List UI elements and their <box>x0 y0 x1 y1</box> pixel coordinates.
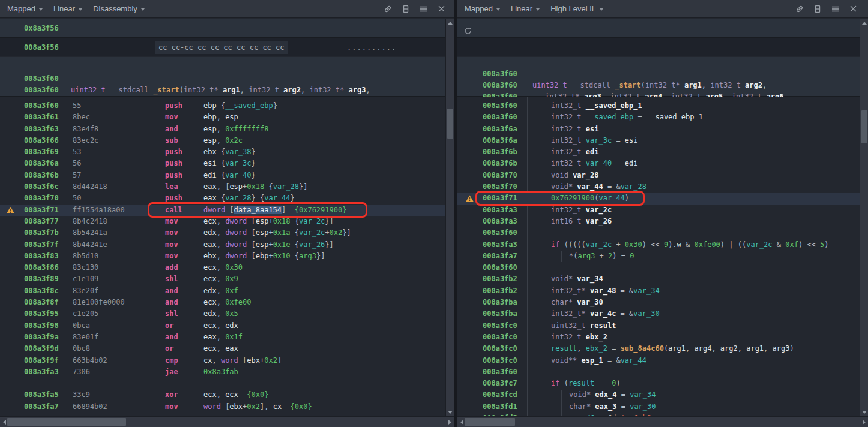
hlil-signature-block[interactable]: 008a3f60 uint32_t __stdcall _start(int32… <box>457 57 860 97</box>
hlil-row[interactable]: 008a3fc0uint32_t result <box>457 320 860 332</box>
asm-row[interactable]: 008a3f89c1e109shlecx, 0x9 <box>0 273 445 285</box>
hlil-row[interactable]: 008a3fb2int32_t* var_48 = &var_34 <box>457 285 860 297</box>
right-layout-menu[interactable]: Linear <box>511 4 540 13</box>
left-view-type-menu[interactable]: Mapped <box>7 4 43 13</box>
left-il-menu[interactable]: Disassembly <box>93 4 145 13</box>
asm-row[interactable]: 008a3f6b57pushedi {var_40} <box>0 170 445 181</box>
token: char* <box>569 402 591 411</box>
token: var_28 <box>573 171 598 179</box>
asm-row[interactable]: 008a3f6953pushebx {var_38} <box>0 146 445 158</box>
hlil-row[interactable]: 008a3fbaint32_t* var_4c = &var_30 <box>457 308 860 320</box>
asm-row[interactable]: 008a3f778b4c2418movecx, dword [esp+0x18 … <box>0 216 445 227</box>
hlil-row[interactable]: 008a3f6bint32_t edi <box>457 146 860 158</box>
asm-row[interactable]: 008a3f6055pushebp {__saved_ebp} <box>0 100 445 112</box>
hlil-row[interactable]: 008a3fa3int32_t var_2c <box>457 205 860 216</box>
scroll-up-button[interactable] <box>860 19 868 27</box>
right-view-type-menu[interactable]: Mapped <box>465 4 500 13</box>
hlil-row[interactable]: 008a3fbachar* var_30 <box>457 297 860 308</box>
scroll-down-button[interactable] <box>446 408 454 416</box>
left-vertical-scrollbar[interactable] <box>445 19 454 416</box>
asm-row[interactable]: 008a3f6c8d442418leaeax, [esp+0x18 {var_2… <box>0 181 445 193</box>
hlil-row[interactable]: 008a3fc0result, ebx_2 = sub_8a4c60(arg1,… <box>457 343 860 354</box>
scroll-right-button[interactable] <box>445 417 454 427</box>
token: eax <box>203 333 217 341</box>
asm-row[interactable]: 008a3f8683c130addecx, 0x30 <box>0 262 445 273</box>
asm-row[interactable]: 008a3f618becmovebp, esp <box>0 112 445 123</box>
token: int32_t* <box>184 86 219 94</box>
hlil-row[interactable]: 008a3fd1char* eax_3 = var_30 <box>457 401 860 413</box>
hlil-row[interactable]: 008a3f6aint32_t var_3c = esi <box>457 135 860 146</box>
hlil-row[interactable]: 008a3fa3if (((((var_2c + 0x30) << 9).w &… <box>457 239 860 251</box>
right-il-menu[interactable]: High Level IL <box>550 4 603 13</box>
hlil-row[interactable]: 008a3fa7*(arg3 + 2) = 0 <box>457 251 860 262</box>
hlil-row[interactable]: 008a3fc0void** esp_1 = &var_44 <box>457 355 860 366</box>
token: , <box>301 86 309 94</box>
asm-row[interactable]: !008a3f71ff1554a18a00calldword [data_8aa… <box>0 205 445 216</box>
menu-icon[interactable] <box>419 5 429 13</box>
signature-line: uint32_t __stdcall _start(int32_t* arg1,… <box>71 85 370 96</box>
close-icon[interactable] <box>438 5 445 13</box>
function-signature-block[interactable]: 008a3f60 uint32_t __stdcall _start(int32… <box>0 57 445 97</box>
split-view-icon[interactable] <box>813 4 822 14</box>
asm-row[interactable]: 008a3f838b5d10movebx, dword [ebp+0x10 {a… <box>0 251 445 262</box>
hlil-code: int32_t* var_4c = &var_30 <box>551 308 660 320</box>
asm-row[interactable]: 008a3f9d0bc8orecx, eax <box>0 343 445 354</box>
hlil-row[interactable]: 008a3f70void* var_44 = &var_28 <box>457 181 860 193</box>
hlil-row[interactable]: 008a3f70void var_28 <box>457 170 860 181</box>
byte-data-row[interactable]: 008a3f56 cc cc-cc cc cc cc cc cc cc cc .… <box>0 38 445 56</box>
token: }] <box>316 252 325 260</box>
token: ecx <box>203 275 217 283</box>
mnemonic: mov <box>165 239 178 251</box>
token: + <box>268 240 273 249</box>
link-icon[interactable] <box>795 4 804 14</box>
token: 0x76291900 <box>551 194 594 202</box>
hlil-row[interactable]: 008a3f60int32_t __saved_ebp_1 <box>457 100 860 112</box>
hlil-row[interactable]: 008a3fb2void* var_34 <box>457 273 860 285</box>
asm-row[interactable]: 008a3f95c1e205shledx, 0x5 <box>0 308 445 320</box>
hlil-code: void var_28 <box>551 170 599 181</box>
sticky-function-header[interactable]: uint32_t __stdcall _start(int32_t* arg1,… <box>457 19 860 38</box>
asm-row[interactable]: 008a3f7050pusheax {var_28} {var_44} <box>0 193 445 204</box>
reanalyze-icon[interactable] <box>463 23 472 38</box>
hlil-row[interactable]: 008a3f6bint32_t var_40 = edi <box>457 158 860 169</box>
hlil-row[interactable]: 008a3fa3int16_t var_26 <box>457 216 860 227</box>
left-horizontal-scrollbar[interactable] <box>0 416 454 427</box>
token: edi <box>586 148 599 156</box>
asm-row[interactable]: 008a3f9f663b4b02cmpcx, word [ebx+0x2] <box>0 355 445 366</box>
menu-icon[interactable] <box>831 5 840 13</box>
asm-row[interactable]: 008a3fa37306jae0x8a3fab <box>0 366 445 378</box>
vertical-scroll-thumb[interactable] <box>447 109 453 139</box>
link-icon[interactable] <box>383 4 393 14</box>
asm-row[interactable]: 008a3f6a56pushesi {var_3c} <box>0 158 445 169</box>
chevron-down-icon <box>496 8 500 11</box>
right-vertical-scrollbar[interactable] <box>860 19 868 416</box>
hlil-row[interactable]: 008a3f6aint32_t esi <box>457 124 860 135</box>
hlil-row[interactable]: 008a3f71!0x76291900(var_44) <box>457 193 860 204</box>
asm-row[interactable]: 008a3f8c83e20fandedx, 0xf <box>0 285 445 297</box>
asm-row[interactable]: 008a3fa533c9xorecx, ecx {0x0} <box>0 389 445 401</box>
scroll-right-button[interactable] <box>860 417 868 427</box>
token: }] <box>299 182 307 191</box>
token: 0x8a3fab <box>203 368 238 376</box>
asm-row[interactable]: 008a3f6383e4f8andesp, 0xfffffff8 <box>0 124 445 135</box>
asm-row[interactable]: 008a3f8f81e100fe0000andecx, 0xfe00 <box>0 297 445 308</box>
asm-row[interactable]: 008a3f6683ec2csubesp, 0x2c <box>0 135 445 146</box>
close-icon[interactable] <box>849 5 857 13</box>
horizontal-scroll-thumb[interactable] <box>465 418 515 426</box>
hlil-row[interactable]: 008a3f60int32_t __saved_ebp = __saved_eb… <box>457 112 860 123</box>
hlil-row[interactable]: 008a3fcdvoid* edx_4 = var_34 <box>457 389 860 401</box>
asm-row[interactable]: 008a3f980bcaorecx, edx <box>0 320 445 332</box>
scroll-up-button[interactable] <box>446 19 454 27</box>
asm-row[interactable]: 008a3f9a83e01fandeax, 0x1f <box>0 332 445 343</box>
hlil-row[interactable]: 008a3fc7if (result == 0) <box>457 378 860 389</box>
asm-row[interactable]: 008a3fa766894b02movword [ebx+0x2], cx {0… <box>0 401 445 413</box>
split-view-icon[interactable] <box>402 4 410 14</box>
scroll-down-button[interactable] <box>860 408 868 416</box>
horizontal-scroll-thumb[interactable] <box>7 418 126 426</box>
asm-row[interactable]: 008a3f7b8b54241amovedx, dword [esp+0x1a … <box>0 227 445 239</box>
right-horizontal-scrollbar[interactable] <box>457 416 868 427</box>
hlil-row[interactable]: 008a3fc0int32_t ebx_2 <box>457 332 860 343</box>
left-layout-menu[interactable]: Linear <box>53 4 82 13</box>
asm-row[interactable]: 008a3f7f8b44241emoveax, dword [esp+0x1e … <box>0 239 445 251</box>
vertical-scroll-thumb[interactable] <box>861 110 867 143</box>
